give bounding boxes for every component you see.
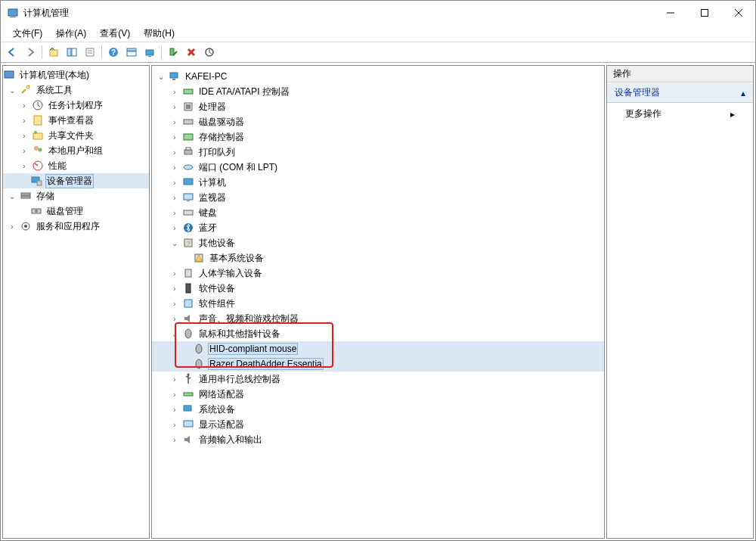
event-icon — [32, 114, 44, 126]
device-razer-mouse[interactable]: Razer DeathAdder Essentia — [152, 356, 604, 372]
close-button[interactable] — [721, 2, 755, 24]
properties-button[interactable] — [82, 44, 98, 61]
chevron-right-icon[interactable]: › — [169, 86, 181, 98]
device-software-comp[interactable]: ›软件组件 — [152, 296, 604, 311]
scan-button[interactable] — [141, 44, 158, 61]
chevron-down-icon[interactable]: ⌄ — [169, 328, 181, 340]
chevron-right-icon[interactable]: › — [18, 145, 30, 157]
device-monitor[interactable]: ›监视器 — [152, 190, 604, 205]
svg-rect-6 — [50, 50, 57, 56]
device-ide[interactable]: ›IDE ATA/ATAPI 控制器 — [152, 84, 604, 99]
help-button[interactable]: ? — [105, 44, 122, 61]
action-group-header[interactable]: 设备管理器 ▴ — [607, 82, 753, 103]
device-sound[interactable]: ›声音、视频和游戏控制器 — [152, 311, 604, 326]
chevron-right-icon[interactable]: › — [169, 434, 181, 446]
maximize-button[interactable] — [687, 2, 721, 24]
chevron-right-icon[interactable]: › — [169, 373, 181, 385]
device-audio-io[interactable]: ›音频输入和输出 — [152, 432, 604, 447]
tree-services-apps[interactable]: › 服务和应用程序 — [3, 219, 149, 234]
svg-rect-26 — [33, 133, 42, 139]
chevron-right-icon[interactable]: › — [169, 116, 181, 128]
tree-disk-mgmt[interactable]: 磁盘管理 — [3, 204, 149, 219]
tree-system-tools[interactable]: ⌄ 系统工具 — [3, 82, 149, 98]
tree-local-users[interactable]: › 本地用户和组 — [3, 143, 149, 158]
chevron-right-icon[interactable]: › — [169, 191, 181, 204]
storage-icon — [20, 190, 32, 202]
device-network[interactable]: ›网络适配器 — [152, 387, 604, 402]
svg-rect-15 — [127, 51, 136, 56]
device-computer[interactable]: ›计算机 — [152, 175, 604, 190]
back-button[interactable] — [4, 44, 20, 61]
device-disk-drives[interactable]: ›磁盘驱动器 — [152, 114, 604, 129]
chevron-right-icon[interactable]: › — [169, 176, 181, 188]
device-cpu[interactable]: ›处理器 — [152, 99, 604, 114]
device-system[interactable]: ›系统设备 — [152, 402, 604, 417]
chevron-right-icon[interactable]: › — [18, 160, 30, 172]
chevron-right-icon[interactable]: › — [169, 388, 181, 400]
device-mouse[interactable]: ⌄鼠标和其他指针设备 — [152, 326, 604, 341]
update-button[interactable] — [201, 44, 218, 61]
device-usb[interactable]: ›通用串行总线控制器 — [152, 372, 604, 387]
chevron-right-icon[interactable]: › — [169, 403, 181, 415]
console-tree-pane[interactable]: 计算机管理(本地) ⌄ 系统工具 › 任务计划程序 › 事件查看器 › 共享文件… — [2, 65, 150, 539]
tree-root[interactable]: 计算机管理(本地) — [3, 67, 149, 82]
chevron-right-icon[interactable]: › — [18, 99, 30, 111]
menu-action[interactable]: 操作(A) — [50, 26, 92, 42]
chevron-down-icon[interactable]: ⌄ — [6, 84, 18, 96]
minimize-button[interactable] — [653, 2, 687, 24]
chevron-right-icon[interactable]: › — [169, 312, 181, 325]
chevron-right-icon[interactable]: › — [169, 222, 181, 234]
chevron-right-icon[interactable]: › — [18, 114, 30, 126]
chevron-right-icon[interactable]: › — [169, 146, 181, 158]
show-hide-tree-button[interactable] — [64, 44, 80, 61]
tree-task-scheduler[interactable]: › 任务计划程序 — [3, 98, 149, 113]
chevron-right-icon[interactable]: › — [169, 282, 181, 294]
chevron-down-icon[interactable]: ⌄ — [155, 70, 167, 82]
device-unknown[interactable]: 基本系统设备 — [152, 250, 604, 266]
chevron-right-icon[interactable]: › — [169, 207, 181, 219]
action-more[interactable]: 更多操作 ▸ — [607, 103, 753, 125]
device-keyboard[interactable]: ›键盘 — [152, 205, 604, 220]
device-tree-pane[interactable]: ⌄ KAFEI-PC ›IDE ATA/ATAPI 控制器 ›处理器 ›磁盘驱动… — [151, 65, 605, 539]
svg-rect-59 — [186, 284, 191, 293]
collapse-icon[interactable]: ▴ — [741, 88, 745, 98]
uninstall-button[interactable] — [183, 44, 200, 61]
chevron-right-icon[interactable]: › — [169, 267, 181, 279]
device-display[interactable]: ›显示适配器 — [152, 417, 604, 432]
tree-performance[interactable]: › 性能 — [3, 158, 149, 173]
menu-view[interactable]: 查看(V) — [94, 26, 136, 42]
chevron-down-icon[interactable]: ⌄ — [6, 190, 18, 202]
enable-button[interactable] — [165, 44, 181, 61]
chevron-right-icon[interactable]: › — [169, 418, 181, 431]
up-button[interactable] — [45, 44, 62, 61]
device-other[interactable]: ⌄?其他设备 — [152, 235, 604, 250]
tree-device-manager[interactable]: 设备管理器 — [3, 173, 149, 188]
chevron-down-icon[interactable]: ⌄ — [169, 237, 181, 249]
tree-shared-folders[interactable]: › 共享文件夹 — [3, 128, 149, 143]
tree-event-viewer[interactable]: › 事件查看器 — [3, 113, 149, 128]
device-hid[interactable]: ›人体学输入设备 — [152, 266, 604, 281]
device-print-queue[interactable]: ›打印队列 — [152, 145, 604, 160]
chevron-right-icon[interactable]: › — [169, 131, 181, 143]
forward-button[interactable] — [22, 44, 39, 61]
device-hid-mouse[interactable]: HID-compliant mouse — [152, 341, 604, 356]
chevron-right-icon[interactable]: › — [169, 101, 181, 113]
action-pane-button[interactable] — [123, 44, 140, 61]
device-root[interactable]: ⌄ KAFEI-PC — [152, 69, 604, 84]
display-icon — [182, 418, 194, 431]
menu-help[interactable]: 帮助(H) — [138, 26, 181, 42]
chevron-right-icon[interactable]: › — [169, 297, 181, 309]
chevron-right-icon[interactable]: › — [169, 161, 181, 173]
window-title: 计算机管理 — [23, 7, 653, 20]
menu-file[interactable]: 文件(F) — [7, 26, 48, 42]
chevron-right-icon[interactable]: › — [18, 129, 30, 141]
network-icon — [182, 388, 194, 400]
chevron-right-icon[interactable]: › — [6, 220, 18, 232]
device-bluetooth[interactable]: ›蓝牙 — [152, 220, 604, 235]
device-ports[interactable]: ›端口 (COM 和 LPT) — [152, 160, 604, 175]
device-storage-ctrl[interactable]: ›存储控制器 — [152, 129, 604, 145]
clock-icon — [32, 99, 44, 111]
tree-storage[interactable]: ⌄ 存储 — [3, 188, 149, 204]
disk-icon — [182, 116, 194, 128]
device-software[interactable]: ›软件设备 — [152, 281, 604, 296]
